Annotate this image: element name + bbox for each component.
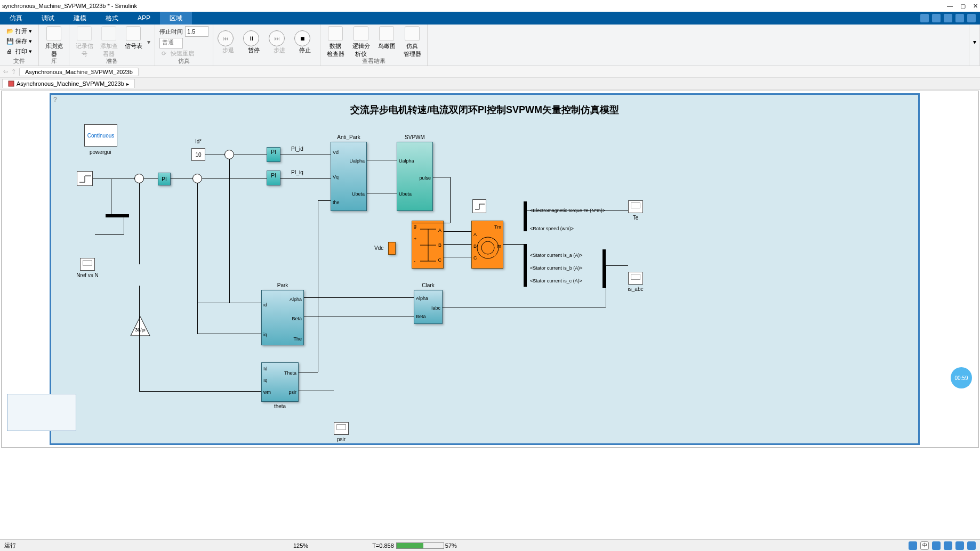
tab-app[interactable]: APP xyxy=(128,12,160,25)
theta-block[interactable]: theta Id Iq wm Theta psir xyxy=(261,362,299,402)
tab-model[interactable]: 建模 xyxy=(64,12,96,25)
sim-manager-button[interactable]: 仿真 管理器 xyxy=(401,26,423,58)
ribbon-group-review: 数据 检查器 逻辑分析仪 鸟瞰图 仿真 管理器 查看结果 xyxy=(320,25,428,66)
data-inspector-button[interactable]: 数据 检查器 xyxy=(325,26,346,58)
pi-iq[interactable]: PI xyxy=(267,171,280,185)
powergui-block[interactable]: Continuous xyxy=(84,124,117,147)
bus-selector-2[interactable] xyxy=(524,244,527,287)
record-signal-button[interactable]: 记录信号 xyxy=(74,26,95,58)
print-button[interactable]: 🖨打印 ▾ xyxy=(4,46,34,56)
logic-analyzer-button[interactable]: 逻辑分析仪 xyxy=(350,26,372,58)
port-vq: Vq xyxy=(333,174,339,180)
clark-block[interactable]: Clark Alpha Beta Iabc xyxy=(414,290,443,324)
port-pk-beta: Beta xyxy=(292,316,302,321)
wire xyxy=(444,244,471,245)
tab-debug[interactable]: 调试 xyxy=(32,12,64,25)
mini-icon-1[interactable] xyxy=(920,14,929,22)
ribbon-group-sim: 停止时间 普通 ⟳快速重启 仿真 xyxy=(155,25,213,66)
nav-up-button[interactable]: ⇧ xyxy=(11,68,16,75)
mini-icon-3[interactable] xyxy=(944,14,952,22)
chevron-down-icon[interactable]: ▾ xyxy=(147,38,150,46)
signal-table-button[interactable]: 信号表 xyxy=(123,26,144,58)
motor-block[interactable]: Tm A B C m xyxy=(471,221,503,269)
mini-icon-4[interactable] xyxy=(955,14,964,22)
help-icon[interactable]: ? xyxy=(53,96,57,103)
wire xyxy=(304,317,414,317)
minimize-icon[interactable]: — xyxy=(947,3,953,10)
svpwm-block[interactable]: SVPWM Ualpha Ubeta pulse xyxy=(397,142,433,211)
stop-icon: ⏹ xyxy=(294,30,310,46)
sim-mode-select[interactable]: 普通 xyxy=(159,38,183,48)
step-fwd-icon: ⏭ xyxy=(269,30,285,46)
scope-is[interactable]: is_abc xyxy=(628,272,643,285)
wire xyxy=(205,155,224,155)
birdseye-button[interactable]: 鸟瞰图 xyxy=(376,26,397,58)
ribbon-group-prep: 记录信号 添加查看器 信号表 ▾ 准备 xyxy=(69,25,155,66)
port-ck-iabc: Iabc xyxy=(431,305,440,311)
nav-back-button[interactable]: ⇦ xyxy=(3,68,8,75)
nav-path[interactable]: Asynchronous_Machine_SVPWM_2023b xyxy=(19,68,139,76)
record-icon xyxy=(77,26,92,41)
step-tm[interactable] xyxy=(472,199,486,213)
port-th-psir: psir xyxy=(288,390,296,395)
close-icon[interactable]: ✕ xyxy=(973,3,978,10)
gain-block[interactable]: 30/pi xyxy=(130,315,151,337)
open-button[interactable]: 📂打开 ▾ xyxy=(4,26,34,36)
park-block[interactable]: Park id iq Alpha Beta The xyxy=(261,290,304,345)
wire xyxy=(171,179,192,179)
tab-format[interactable]: 格式 xyxy=(96,12,128,25)
ribbon-right-icons xyxy=(920,14,980,22)
pi-id[interactable]: PI xyxy=(267,147,280,162)
motor-icon xyxy=(472,221,504,269)
step-forward-button[interactable]: ⏭步进 xyxy=(269,30,290,54)
group-label-lib: 库 xyxy=(51,57,57,65)
model-canvas[interactable]: ? 交流异步电机转速/电流双闭环PI控制SVPWM矢量控制仿真模型 Contin… xyxy=(50,93,920,445)
viewer-icon xyxy=(101,26,116,41)
canvas-container: ? 交流异步电机转速/电流双闭环PI控制SVPWM矢量控制仿真模型 Contin… xyxy=(1,91,979,448)
mini-icon-5[interactable] xyxy=(967,14,976,22)
nav-bar: ⇦ ⇧ Asynchronous_Machine_SVPWM_2023b xyxy=(0,66,980,78)
port-ck-beta: Beta xyxy=(416,314,426,319)
bus-selector-1[interactable] xyxy=(524,201,527,231)
wire xyxy=(280,155,331,155)
wire xyxy=(450,177,451,223)
save-button[interactable]: 💾保存 ▾ xyxy=(4,36,34,46)
ribbon-overflow[interactable]: ▾ xyxy=(969,25,980,66)
wire xyxy=(412,223,450,223)
anti-park-block[interactable]: Anti_Park Vd Vq the Ualpha Ubeta xyxy=(331,142,367,211)
step-source[interactable] xyxy=(77,171,93,186)
wm-signal-label: <Rotor speed (wm)> xyxy=(530,226,574,231)
isc-signal-label: <Stator current is_c (A)> xyxy=(530,278,582,283)
maximize-icon[interactable]: ▢ xyxy=(960,3,966,10)
tab-simulate[interactable]: 仿真 xyxy=(0,12,32,25)
sum-speed[interactable] xyxy=(134,174,144,183)
step-back-button[interactable]: ⏮步退 xyxy=(218,30,239,54)
inverter-block[interactable]: g + - A B C xyxy=(412,221,444,269)
mux-speed[interactable] xyxy=(106,214,129,217)
stop-button[interactable]: ⏹停止 xyxy=(294,30,316,54)
recording-timer[interactable]: 00:59 xyxy=(951,367,972,388)
pi-speed[interactable]: PI xyxy=(158,173,171,185)
tab-region[interactable]: 区域 xyxy=(160,12,192,25)
wire xyxy=(318,200,318,372)
scope-nref[interactable]: Nref vs N xyxy=(80,258,95,271)
stoptime-input[interactable] xyxy=(185,26,208,37)
wire xyxy=(444,231,471,232)
stoptime-label: 停止时间 xyxy=(159,28,183,36)
pan-overview[interactable] xyxy=(7,394,76,431)
ribbon-group-simcontrols: ⏮步退 ⏸暂停 ⏭步进 ⏹停止 xyxy=(213,25,320,66)
wire xyxy=(93,179,134,179)
add-viewer-button[interactable]: 添加查看器 xyxy=(98,26,119,58)
scope-te[interactable]: Te xyxy=(628,200,643,213)
vdc-source[interactable] xyxy=(388,242,396,255)
scope-psir[interactable]: psir xyxy=(334,422,349,435)
sum-id[interactable] xyxy=(224,150,234,159)
mini-icon-2[interactable] xyxy=(932,14,941,22)
sum-iq[interactable] xyxy=(192,174,202,183)
doc-tab[interactable]: Asynchronous_Machine_SVPWM_2023b▸ xyxy=(2,79,135,88)
inverter-icon xyxy=(412,221,444,269)
library-browser-button[interactable]: 库浏览器 xyxy=(43,26,65,58)
data-inspector-icon xyxy=(328,26,343,41)
pause-button[interactable]: ⏸暂停 xyxy=(243,30,264,54)
constant-id[interactable]: 10 xyxy=(191,148,205,161)
